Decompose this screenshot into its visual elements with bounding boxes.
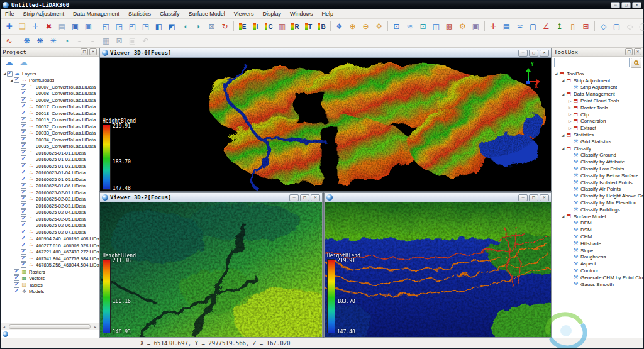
remove-data-icon[interactable]: ✖ bbox=[42, 21, 55, 33]
view-back-icon[interactable]: ◲ bbox=[113, 21, 126, 33]
tree-item[interactable]: ∴00034_ConvertToLas.LiData bbox=[1, 136, 99, 143]
expander-expanded-icon[interactable]: ◢ bbox=[2, 70, 7, 77]
tree-item[interactable]: ⚒Generate CHM by Point Cloud bbox=[552, 274, 643, 281]
tree-item[interactable]: ⚒Strip Adjustment bbox=[552, 84, 643, 91]
expander-collapsed-icon[interactable]: ▷ bbox=[567, 118, 572, 125]
menu-item[interactable]: Statistics bbox=[124, 9, 155, 19]
tree-item[interactable]: ∴00007_ConvertToLas.LiData bbox=[1, 84, 99, 91]
tree-item[interactable]: ◢☁Layers bbox=[1, 70, 99, 77]
tree-item[interactable]: ∴20160625-02-03.LiData bbox=[1, 202, 99, 209]
checkbox[interactable] bbox=[21, 84, 26, 90]
tree-item[interactable]: ∴20160625-02-07.LiData bbox=[1, 229, 99, 236]
viewer2-close-button[interactable]: ✕ bbox=[311, 194, 320, 201]
tree-item[interactable]: ∴00018_ConvertToLas.LiData bbox=[1, 110, 99, 117]
checkbox[interactable] bbox=[21, 183, 26, 189]
checkbox[interactable] bbox=[21, 262, 26, 268]
viewer1-canvas[interactable]: HeightBlend 219.91 183.70 147.48 bbox=[325, 202, 551, 337]
display-by-return-icon[interactable]: R bbox=[289, 21, 302, 33]
tree-item[interactable]: ∴20160625-02-06.LiData bbox=[1, 223, 99, 230]
menu-item[interactable]: Display bbox=[258, 9, 286, 19]
profile-icon[interactable]: ∿ bbox=[3, 35, 16, 47]
tree-item[interactable]: ∴467835.256_468044.504.LiData bbox=[1, 262, 99, 269]
checkbox[interactable] bbox=[21, 117, 26, 123]
checkbox[interactable] bbox=[21, 163, 26, 169]
save-project-icon[interactable]: ▣ bbox=[69, 21, 82, 33]
measure-volume-icon[interactable]: ▯ bbox=[566, 21, 579, 33]
checkbox[interactable] bbox=[21, 143, 26, 149]
viewer0-canvas[interactable]: HeightBlend 219.91 183.70 147.48 Y X bbox=[100, 58, 551, 191]
viewer2-title-bar[interactable]: Viewer 3D-2[Focus] – □ ✕ bbox=[100, 193, 322, 202]
tree-item[interactable]: ⚒Classify Isolated Points bbox=[552, 179, 643, 186]
menu-item[interactable]: Classify bbox=[155, 9, 184, 19]
checkbox[interactable] bbox=[21, 137, 26, 143]
tree-item[interactable]: ⚒Hillshade bbox=[552, 240, 643, 247]
view-left-icon[interactable]: ◰ bbox=[126, 21, 139, 33]
tree-item[interactable]: ✥Models bbox=[1, 289, 99, 296]
viewer0-restore-button[interactable]: □ bbox=[529, 50, 538, 57]
tree-item[interactable]: ⚒DSM bbox=[552, 226, 643, 233]
tree-item[interactable]: ⚒Contour bbox=[552, 267, 643, 274]
tree-item[interactable]: ∴467541.864_467753.984.LiData bbox=[1, 255, 99, 262]
tree-item[interactable]: ▩Vectors bbox=[1, 275, 99, 282]
checkbox[interactable] bbox=[21, 236, 26, 241]
checkbox[interactable] bbox=[14, 282, 19, 288]
viewer2-canvas[interactable]: HeightBlend 211.38 180.16 148.93 bbox=[100, 202, 322, 337]
tree-item[interactable]: ▷⬒Point Cloud Tools bbox=[552, 97, 643, 104]
toolbox-float-button[interactable]: □ bbox=[625, 48, 633, 55]
tree-item[interactable]: ∴20160625-02-01.LiData bbox=[1, 189, 99, 196]
checkbox[interactable] bbox=[14, 275, 19, 281]
zoom-in-icon[interactable]: ⊕ bbox=[346, 21, 359, 33]
menu-item[interactable]: Windows bbox=[286, 9, 318, 19]
viewer1-minimize-button[interactable]: – bbox=[518, 194, 528, 201]
checkbox[interactable] bbox=[21, 256, 26, 262]
checkbox[interactable] bbox=[21, 157, 26, 162]
measure-density-icon[interactable]: ⊞ bbox=[579, 21, 592, 33]
measure-area-icon[interactable]: ▢ bbox=[526, 21, 540, 33]
tree-item[interactable]: ∴20160625-01-04.LiData bbox=[1, 170, 99, 177]
display-by-time-icon[interactable]: T bbox=[302, 21, 315, 33]
tree-item[interactable]: ⚒CHM bbox=[552, 233, 643, 240]
checkbox[interactable] bbox=[21, 203, 26, 209]
checkbox[interactable] bbox=[21, 196, 26, 202]
tree-item[interactable]: ∴20160625-01-05.LiData bbox=[1, 176, 99, 183]
tree-item[interactable]: ⚒Classify Buildings bbox=[552, 206, 643, 213]
checkbox[interactable] bbox=[21, 230, 26, 235]
checkbox[interactable] bbox=[21, 177, 26, 182]
expander-expanded-icon[interactable]: ◢ bbox=[9, 77, 14, 84]
tree-item[interactable]: ∴00033_ConvertToLas.LiData bbox=[1, 130, 99, 137]
checkbox[interactable] bbox=[21, 209, 26, 215]
layers-stack-icon[interactable]: ☁ bbox=[17, 57, 30, 69]
capture-viewer-icon[interactable]: ⊠ bbox=[205, 21, 218, 33]
tree-item[interactable]: ⚒Grid Statistics bbox=[552, 138, 643, 145]
tile-remove-icon[interactable]: ⊠ bbox=[113, 35, 126, 47]
checkbox[interactable] bbox=[21, 243, 26, 248]
tree-item[interactable]: ⚒Roughness bbox=[552, 254, 643, 261]
tree-item[interactable]: ▷⬒Conversion bbox=[552, 118, 643, 125]
tree-item[interactable]: ◢⬒Classify bbox=[552, 145, 643, 152]
view-iso-icon[interactable]: ◩ bbox=[165, 21, 179, 33]
rotate-view-icon[interactable]: ↻ bbox=[218, 21, 231, 33]
checkbox[interactable] bbox=[14, 269, 19, 275]
viewer1-close-button[interactable]: ✕ bbox=[540, 194, 549, 201]
denoise-icon[interactable]: ❋ bbox=[20, 35, 33, 47]
checkbox[interactable] bbox=[21, 216, 26, 222]
project-hscrollbar[interactable]: ◂ ▸ bbox=[1, 323, 99, 330]
expander-collapsed-icon[interactable]: ▷ bbox=[567, 98, 572, 104]
tree-item[interactable]: ∴20160625-02-04.LiData bbox=[1, 209, 99, 216]
paste-icon[interactable]: ▤ bbox=[55, 21, 69, 33]
display-settings-icon[interactable]: ⚙ bbox=[456, 21, 469, 33]
scroll-left-icon[interactable]: ◂ bbox=[1, 324, 8, 329]
pan-icon[interactable]: ✥ bbox=[372, 21, 386, 33]
expander-expanded-icon[interactable]: ◢ bbox=[560, 77, 565, 84]
scroll-right-icon[interactable]: ▸ bbox=[92, 324, 99, 329]
tree-item[interactable]: ⚒Gauss Smooth bbox=[552, 281, 643, 288]
minimize-button[interactable]: – bbox=[611, 2, 620, 8]
checkbox[interactable] bbox=[21, 104, 26, 109]
tree-item[interactable]: ⚒Classify by Height Above Ground bbox=[552, 192, 643, 199]
tree-item[interactable]: ∴20160625-01-03.LiData bbox=[1, 163, 99, 170]
measure-height-icon[interactable]: ↥ bbox=[553, 21, 566, 33]
viewer0-title-bar[interactable]: Viewer 3D-0[Focus] – □ ✕ bbox=[100, 48, 551, 58]
display-by-intensity-icon[interactable]: I bbox=[249, 21, 262, 33]
select-polygon-icon[interactable]: ◇ bbox=[597, 21, 610, 33]
maximize-button[interactable]: □ bbox=[621, 2, 631, 8]
